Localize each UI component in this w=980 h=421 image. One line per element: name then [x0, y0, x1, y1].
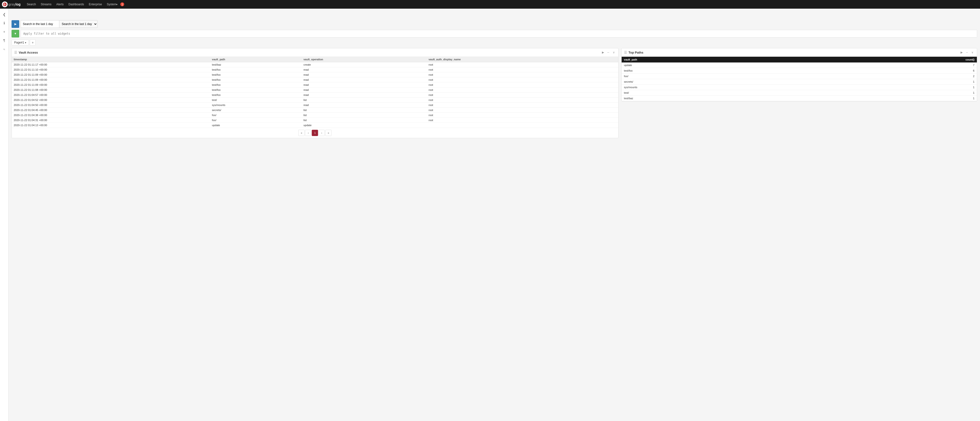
function-sidebar-icon[interactable]: 𝑥₁	[0, 45, 8, 53]
cell-path: test/	[622, 90, 824, 96]
cell-vault-auth: root	[426, 83, 618, 88]
filter-input[interactable]	[21, 30, 977, 37]
collapse-sidebar-button[interactable]: ❮	[0, 11, 8, 18]
table-row[interactable]: 2020-11-22 01:04:38 +00:00 foo/ list roo…	[12, 113, 618, 118]
cell-timestamp: 2020-11-22 01:11:09 +00:00	[12, 77, 210, 83]
cell-vault-auth: root	[426, 67, 618, 72]
table-row[interactable]: 2020-11-22 01:04:52 +00:00 test/ list ro…	[12, 97, 618, 103]
cell-vault-path: foo/	[210, 118, 301, 123]
panel-resize-button[interactable]: ↔	[606, 50, 611, 54]
tab-page1[interactable]: Page#1 ▾	[11, 40, 29, 45]
table-row[interactable]: 2020-11-22 01:11:09 +00:00 test/foo read…	[12, 83, 618, 88]
table-row[interactable]: 2020-11-22 01:04:13 +00:00 update update	[12, 123, 618, 128]
cell-vault-auth: root	[426, 113, 618, 118]
nav-dashboards[interactable]: Dashboards	[66, 0, 86, 9]
panel-drag-handle[interactable]: ☰	[14, 51, 17, 54]
search-execute-button[interactable]: ▶	[11, 20, 19, 28]
cell-path: sys/mounts	[622, 85, 824, 90]
vault-access-panel: ☰ Vault Access ▶ ↔ ∨ timestamp vault_pat…	[11, 48, 619, 138]
table-row[interactable]: 2020-11-22 01:04:45 +00:00 secrets/ list…	[12, 108, 618, 113]
page-last-button[interactable]: »	[325, 130, 331, 136]
nav-alerts[interactable]: Alerts	[54, 0, 66, 9]
cell-count: 1	[824, 90, 977, 96]
nav-enterprise[interactable]: Enterprise	[86, 0, 105, 9]
time-range-selector[interactable]: Search in the last 1 day	[21, 20, 97, 28]
cell-vault-path: foo/	[210, 113, 301, 118]
vault-access-table: timestamp vault_path vault_operation vau…	[12, 57, 618, 128]
cell-vault-auth: root	[426, 88, 618, 92]
page-first-button[interactable]: «	[298, 130, 305, 136]
nav-system[interactable]: System	[104, 0, 120, 9]
cell-timestamp: 2020-11-22 01:11:09 +00:00	[12, 72, 210, 77]
panels-row: ☰ Vault Access ▶ ↔ ∨ timestamp vault_pat…	[11, 48, 977, 138]
vault-access-pagination: « ‹ 1 › »	[12, 128, 618, 138]
top-paths-col-count: count()	[824, 57, 977, 62]
panel-play-button[interactable]: ▶	[601, 50, 605, 54]
list-item[interactable]: update 7	[622, 62, 977, 68]
svg-point-0	[3, 3, 7, 6]
brand-logo[interactable]: graylog	[2, 2, 21, 7]
table-row[interactable]: 2020-11-22 01:11:09 +00:00 test/foo read…	[12, 72, 618, 77]
cell-path: update	[622, 62, 824, 68]
table-row[interactable]: 2020-11-22 01:11:10 +00:00 test/foo read…	[12, 67, 618, 72]
cell-vault-operation: update	[301, 123, 426, 128]
page-next-button[interactable]: ›	[318, 130, 325, 136]
cell-path: foo/	[622, 73, 824, 79]
list-item[interactable]: test/ 1	[622, 90, 977, 96]
nav-search[interactable]: Search	[24, 0, 38, 9]
col-timestamp: timestamp	[12, 57, 210, 62]
cell-vault-auth: root	[426, 92, 618, 97]
search-icon: ▶	[14, 22, 17, 26]
table-row[interactable]: 2020-11-22 01:04:50 +00:00 sys/mounts re…	[12, 103, 618, 108]
top-paths-col-path: vault_path	[622, 57, 824, 62]
table-row[interactable]: 2020-11-22 01:04:31 +00:00 foo/ list roo…	[12, 118, 618, 123]
cell-vault-operation: list	[301, 97, 426, 103]
nav-streams[interactable]: Streams	[38, 0, 54, 9]
top-paths-table: vault_path count() update 7 test/foo 6 f…	[622, 57, 977, 101]
top-paths-play-button[interactable]: ▶	[959, 50, 964, 54]
top-paths-resize-button[interactable]: ↔	[965, 50, 969, 54]
cell-vault-operation: read	[301, 103, 426, 108]
cell-vault-operation: list	[301, 113, 426, 118]
panel-expand-button[interactable]: ∨	[612, 50, 616, 54]
cell-timestamp: 2020-11-22 01:04:13 +00:00	[12, 123, 210, 128]
cell-vault-path: secrets/	[210, 108, 301, 113]
cell-path: test/foo	[622, 68, 824, 73]
cell-vault-path: sys/mounts	[210, 103, 301, 108]
cell-vault-auth: root	[426, 77, 618, 83]
list-item[interactable]: test/baz 1	[622, 96, 977, 101]
time-range-dropdown[interactable]: Search in the last 1 day	[59, 20, 97, 28]
top-paths-drag-handle[interactable]: ☰	[624, 51, 627, 54]
add-sidebar-icon[interactable]: +	[0, 28, 8, 35]
cell-count: 1	[824, 96, 977, 101]
filter-button[interactable]: ▼	[11, 30, 19, 37]
paragraph-sidebar-icon[interactable]: ¶	[0, 37, 8, 44]
notifications-badge[interactable]: 1	[120, 2, 124, 6]
vault-access-panel-title: Vault Access	[19, 51, 600, 54]
add-tab-button[interactable]: +	[30, 40, 35, 46]
cell-vault-path: test/foo	[210, 77, 301, 83]
page-current-button[interactable]: 1	[312, 130, 318, 136]
cell-timestamp: 2020-11-22 01:04:52 +00:00	[12, 97, 210, 103]
cell-timestamp: 2020-11-22 01:11:09 +00:00	[12, 83, 210, 88]
table-row[interactable]: 2020-11-22 01:11:09 +00:00 test/foo read…	[12, 77, 618, 83]
table-row[interactable]: 2020-11-22 01:04:57 +00:00 test/foo read…	[12, 92, 618, 97]
list-item[interactable]: test/foo 6	[622, 68, 977, 73]
vault-access-panel-actions: ▶ ↔ ∨	[601, 50, 616, 54]
brand-name: graylog	[8, 2, 21, 6]
list-item[interactable]: foo/ 2	[622, 73, 977, 79]
top-paths-expand-button[interactable]: ∨	[970, 50, 974, 54]
cell-count: 7	[824, 62, 977, 68]
logo-icon	[2, 2, 8, 7]
top-paths-panel: ☰ Top Paths ▶ ↔ ∨ vault_path count() upd…	[621, 48, 977, 101]
top-paths-panel-title: Top Paths	[628, 51, 958, 54]
list-item[interactable]: secrets/ 1	[622, 79, 977, 85]
table-row[interactable]: 2020-11-22 01:11:08 +00:00 test/foo read…	[12, 88, 618, 92]
cell-vault-operation: read	[301, 92, 426, 97]
info-sidebar-icon[interactable]: ℹ	[0, 19, 8, 27]
table-row[interactable]: 2020-11-22 01:11:17 +00:00 test/baz crea…	[12, 62, 618, 67]
cell-count: 1	[824, 85, 977, 90]
page-prev-button[interactable]: ‹	[305, 130, 311, 136]
list-item[interactable]: sys/mounts 1	[622, 85, 977, 90]
search-time-input[interactable]	[21, 20, 59, 28]
